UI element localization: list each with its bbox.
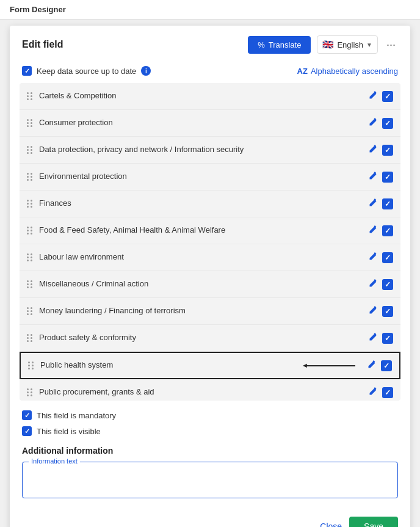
item-checkbox[interactable] — [382, 91, 393, 102]
item-actions — [368, 386, 393, 399]
list-item: Public procurement, grants & aid — [20, 379, 400, 401]
save-button[interactable]: Save — [349, 517, 398, 527]
translate-icon: % — [258, 40, 265, 49]
item-actions — [368, 224, 393, 237]
item-label: Public health system — [40, 360, 300, 371]
item-label: Cartels & Competition — [39, 90, 361, 101]
translate-label: Translate — [269, 40, 302, 49]
drag-handle-icon[interactable] — [27, 253, 33, 261]
item-actions — [368, 197, 393, 210]
additional-info-section: Additional information Information text — [22, 446, 398, 498]
drag-handle-icon[interactable] — [27, 334, 33, 342]
drag-handle-icon[interactable] — [27, 92, 33, 100]
visible-checkbox[interactable] — [22, 426, 32, 436]
edit-button[interactable] — [368, 278, 378, 291]
drag-handle-icon[interactable] — [27, 173, 33, 181]
item-label: Labour law environment — [39, 252, 361, 263]
list-item: Consumer protection — [20, 110, 400, 137]
drag-handle-icon[interactable] — [27, 146, 33, 154]
item-checkbox[interactable] — [382, 333, 393, 344]
item-actions — [366, 359, 392, 372]
list-item: Environmental protection — [20, 164, 400, 191]
item-checkbox[interactable] — [382, 252, 393, 263]
info-icon[interactable]: i — [141, 66, 151, 76]
mandatory-label: This field is mandatory — [37, 411, 116, 420]
mandatory-checkbox[interactable] — [22, 410, 32, 420]
mandatory-row: This field is mandatory — [22, 410, 398, 420]
drag-handle-icon[interactable] — [28, 362, 34, 369]
list-item: Product safety & conformity — [20, 325, 400, 352]
list-item: Money laundering / Financing of terroris… — [20, 298, 400, 325]
keep-datasource-label: Keep data source up to date — [37, 67, 136, 76]
edit-button[interactable] — [368, 332, 378, 344]
edit-button[interactable] — [366, 359, 377, 372]
item-label: Food & Feed Safety, Animal Health & Anim… — [39, 225, 361, 236]
item-checkbox[interactable] — [382, 225, 393, 236]
item-label: Product safety & conformity — [39, 332, 361, 343]
edit-button[interactable] — [368, 251, 378, 264]
edit-button[interactable] — [368, 386, 378, 399]
drag-handle-icon[interactable] — [27, 227, 33, 234]
drag-handle-icon[interactable] — [27, 119, 33, 127]
edit-button[interactable] — [368, 117, 378, 129]
item-actions — [368, 170, 393, 183]
header-actions: % Translate 🇬🇧 English ▼ ··· — [248, 35, 398, 54]
list-item: Cartels & Competition — [20, 83, 400, 110]
item-actions — [368, 144, 393, 156]
item-checkbox[interactable] — [382, 279, 393, 290]
item-actions — [368, 117, 393, 129]
list-item: Finances — [20, 191, 400, 217]
item-checkbox[interactable] — [381, 360, 392, 371]
info-text-field[interactable]: Information text — [22, 462, 398, 498]
close-button[interactable]: Close — [320, 522, 342, 527]
info-text-input[interactable] — [30, 467, 390, 485]
sort-control[interactable]: AZ Alphabetically ascending — [297, 67, 398, 76]
edit-button[interactable] — [368, 305, 378, 318]
item-checkbox[interactable] — [382, 198, 393, 209]
edit-button[interactable] — [368, 170, 378, 183]
additional-info-title: Additional information — [22, 446, 398, 456]
chevron-down-icon: ▼ — [366, 42, 372, 48]
translate-button[interactable]: % Translate — [248, 36, 311, 54]
drag-handle-icon[interactable] — [27, 307, 33, 315]
language-selector[interactable]: 🇬🇧 English ▼ — [317, 35, 378, 54]
drag-handle-icon[interactable] — [27, 388, 33, 396]
language-label: English — [337, 40, 363, 49]
item-label: Public procurement, grants & aid — [39, 387, 361, 398]
item-checkbox[interactable] — [382, 118, 393, 129]
bottom-section: This field is mandatory This field is vi… — [10, 401, 410, 508]
item-actions — [368, 332, 393, 344]
item-checkbox[interactable] — [382, 387, 393, 398]
az-icon: AZ — [297, 67, 308, 76]
item-actions — [368, 305, 393, 318]
drag-handle-icon[interactable] — [27, 200, 33, 208]
flag-icon: 🇬🇧 — [322, 39, 334, 50]
app-title: Form Designer — [10, 5, 66, 14]
edit-button[interactable] — [368, 90, 378, 103]
visible-label: This field is visible — [37, 427, 101, 436]
keep-datasource-checkbox[interactable] — [22, 66, 32, 76]
edit-button[interactable] — [368, 197, 378, 210]
more-options-button[interactable]: ··· — [384, 38, 398, 51]
edit-button[interactable] — [368, 144, 378, 156]
item-checkbox[interactable] — [382, 306, 393, 317]
sort-label-text: Alphabetically ascending — [311, 67, 398, 76]
list-item: Food & Feed Safety, Animal Health & Anim… — [20, 217, 400, 244]
list-item: Public health system ◄ — [20, 352, 400, 379]
list-item: Data protection, privacy and network / I… — [20, 137, 400, 164]
modal-footer: Close Save — [10, 508, 410, 527]
item-label: Environmental protection — [39, 171, 361, 182]
drag-handle-icon[interactable] — [27, 280, 33, 288]
edit-button[interactable] — [368, 224, 378, 237]
modal-header: Edit field % Translate 🇬🇧 English ▼ ··· — [10, 26, 410, 61]
top-bar: Form Designer — [0, 0, 420, 20]
keep-datasource-row: Keep data source up to date i — [22, 66, 151, 76]
toolbar-row: Keep data source up to date i AZ Alphabe… — [10, 61, 410, 83]
item-actions — [368, 251, 393, 264]
items-list: Cartels & CompetitionConsumer protection… — [20, 83, 400, 401]
item-checkbox[interactable] — [382, 172, 393, 183]
item-checkbox[interactable] — [382, 145, 393, 156]
item-actions — [368, 90, 393, 103]
visible-row: This field is visible — [22, 426, 398, 436]
item-label: Money laundering / Financing of terroris… — [39, 305, 361, 316]
